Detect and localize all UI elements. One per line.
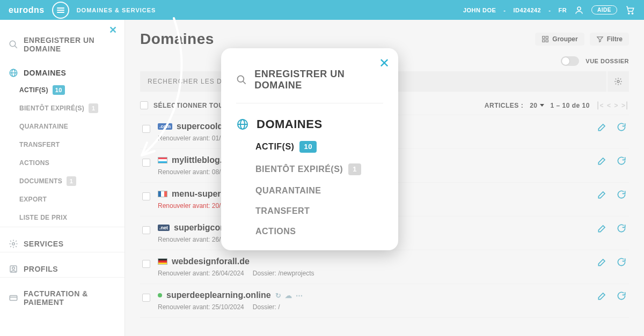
vue-dossier-toggle[interactable] [561, 56, 579, 66]
edit-icon[interactable] [597, 290, 608, 301]
pager-range: 1 – 10 de 10 [551, 102, 590, 109]
edit-icon[interactable] [597, 189, 608, 200]
popout-domaines[interactable]: DOMAINES [236, 113, 383, 136]
svg-point-2 [632, 12, 633, 13]
badge-bientot: 1 [89, 103, 98, 113]
row-checkbox[interactable] [142, 192, 150, 200]
svg-rect-15 [543, 40, 545, 42]
sidebar-item-services[interactable]: SERVICES [0, 227, 125, 252]
hamburger-button[interactable] [52, 2, 69, 19]
grouper-button[interactable]: Grouper [535, 33, 584, 46]
sidebar-sub-export[interactable]: EXPORT [0, 190, 125, 208]
flag-icon [158, 191, 167, 197]
sidebar: ✕ ENREGISTRER UN DOMAINE DOMAINES ACTIF(… [0, 20, 125, 336]
page-prev-icon[interactable]: < [607, 102, 611, 109]
svg-rect-11 [10, 296, 17, 301]
row-renew: Renouveler avant: 26/04/2024 [158, 270, 244, 277]
refresh-icon[interactable] [616, 122, 627, 132]
edit-icon[interactable] [597, 122, 608, 132]
refresh-icon[interactable] [616, 155, 627, 166]
refresh-icon[interactable] [616, 189, 627, 200]
svg-point-0 [577, 7, 581, 10]
breadcrumb: DOMAINES & SERVICES [77, 7, 156, 13]
profile-icon [9, 264, 18, 274]
sidebar-item-domaines[interactable]: DOMAINES [0, 56, 125, 81]
table-row[interactable]: superdeeplearning.online↻ ☁ ⋯ Renouveler… [140, 284, 629, 318]
row-mini-icons: ↻ ☁ ⋯ [275, 292, 303, 300]
user-id: ID424242 [514, 7, 541, 13]
flag-icon [158, 157, 167, 163]
tld-chip: .com [158, 123, 172, 130]
nav-popout: ✕ ENREGISTRER UN DOMAINE DOMAINES ACTIF(… [221, 48, 398, 250]
svg-point-17 [617, 80, 619, 83]
popout-sub-quarantaine[interactable]: QUARANTAINE [236, 181, 383, 201]
svg-rect-14 [546, 36, 548, 39]
page-first-icon[interactable]: ⎮< [596, 102, 604, 109]
svg-point-1 [628, 12, 630, 13]
svg-rect-13 [543, 36, 545, 39]
chevron-down-icon [540, 104, 544, 107]
svg-point-10 [12, 267, 15, 270]
edit-icon[interactable] [597, 155, 608, 166]
sidebar-sub-bientot[interactable]: BIENTÔT EXPIRÉ(S) 1 [0, 99, 125, 117]
globe-icon [236, 118, 249, 131]
cart-icon[interactable] [625, 5, 635, 15]
tld-chip: .net [158, 225, 170, 231]
domain-name: webdesignforall.de [172, 257, 250, 266]
refresh-icon[interactable] [616, 257, 627, 267]
row-renew: Renouveler avant: 25/10/2024 [158, 303, 244, 311]
sidebar-close-icon[interactable]: ✕ [109, 24, 117, 36]
sidebar-sub-documents[interactable]: DOCUMENTS 1 [0, 172, 125, 190]
row-checkbox[interactable] [142, 294, 150, 302]
search-icon [9, 40, 18, 49]
sidebar-item-facturation[interactable]: FACTURATION & PAIEMENT [0, 277, 125, 310]
popout-sub-bientot[interactable]: BIENTÔT EXPIRÉ(S) 1 [236, 158, 383, 181]
row-checkbox[interactable] [142, 226, 150, 234]
hamburger-icon [57, 8, 64, 13]
sidebar-sub-liste-prix[interactable]: LISTE DE PRIX [0, 208, 125, 227]
search-settings-button[interactable] [608, 71, 629, 92]
svg-line-19 [243, 81, 246, 84]
edit-icon[interactable] [597, 223, 608, 234]
sidebar-register-domain[interactable]: ENREGISTRER UN DOMAINE [0, 24, 125, 56]
flag-icon [158, 258, 167, 265]
filtre-button[interactable]: Filtre [590, 33, 629, 46]
row-checkbox[interactable] [142, 159, 150, 167]
domain-name: superdeeplearning.online [166, 290, 271, 300]
svg-point-8 [12, 243, 15, 245]
help-button[interactable]: AIDE [591, 5, 617, 14]
svg-point-3 [10, 41, 16, 47]
edit-icon[interactable] [597, 257, 608, 267]
group-icon [541, 35, 549, 43]
lang[interactable]: FR [558, 7, 567, 13]
row-dossier: Dossier: /newprojects [253, 270, 314, 277]
account-icon[interactable] [574, 5, 584, 15]
page-next-icon[interactable]: > [614, 102, 618, 109]
badge-documents: 1 [67, 176, 76, 186]
sidebar-sub-actions[interactable]: ACTIONS [0, 154, 125, 172]
popout-sub-transfert[interactable]: TRANSFERT [236, 201, 383, 221]
svg-line-4 [14, 46, 17, 48]
row-checkbox[interactable] [142, 260, 150, 268]
brand: eurodns [9, 5, 45, 15]
popout-sub-actifs[interactable]: ACTIF(S) 10 [236, 136, 383, 158]
row-checkbox[interactable] [142, 125, 150, 133]
sidebar-sub-quarantaine[interactable]: QUARANTAINE [0, 117, 125, 136]
select-all-checkbox[interactable] [140, 101, 148, 109]
refresh-icon[interactable] [616, 290, 627, 301]
topbar: eurodns DOMAINES & SERVICES JOHN DOE - I… [0, 0, 644, 20]
popout-sub-actions[interactable]: ACTIONS [236, 221, 383, 242]
sidebar-sub-actifs[interactable]: ACTIF(S) 10 [0, 81, 125, 99]
page-title: Domaines [140, 31, 214, 48]
popout-register[interactable]: ENREGISTRER UN DOMAINE [236, 64, 383, 95]
table-row[interactable]: webdesignforall.de Renouveler avant: 26/… [140, 250, 629, 284]
popout-close-icon[interactable]: ✕ [379, 56, 390, 71]
page-size-select[interactable]: 20 [530, 102, 544, 109]
refresh-icon[interactable] [616, 223, 627, 234]
sidebar-sub-transfert[interactable]: TRANSFERT [0, 136, 125, 154]
row-dossier: Dossier: / [253, 303, 280, 311]
vue-dossier-label: VUE DOSSIER [586, 58, 629, 64]
sidebar-item-profils[interactable]: PROFILS [0, 252, 125, 277]
gear-icon [614, 77, 623, 86]
page-last-icon[interactable]: >⎮ [621, 102, 629, 109]
